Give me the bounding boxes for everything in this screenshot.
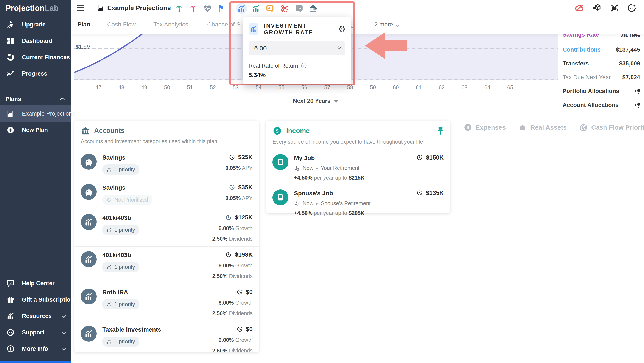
sidebar-item-current-finances[interactable]: Current Finances <box>0 49 71 65</box>
sidebar-item-upgrade[interactable]: Upgrade <box>0 16 71 33</box>
chip-label: 1 priority <box>114 264 135 270</box>
sandbox-cube-icon[interactable] <box>592 2 603 13</box>
account-name: 401k/403b <box>102 214 139 221</box>
cloud-off-icon[interactable] <box>574 2 584 13</box>
sidebar-item-example-projections[interactable]: Example Projections <box>0 105 71 122</box>
x-tick: 47 <box>94 84 103 91</box>
priority-chip: 1 priority <box>102 299 139 309</box>
sidebar-item-label: Current Finances <box>22 54 70 61</box>
account-row[interactable]: Roth IRA 1 priority $0 6.00% Growth 2.50… <box>74 284 259 321</box>
sidebar-item-label: Progress <box>22 70 47 77</box>
time-machine-icon <box>225 252 232 258</box>
stat-label: Portfolio Allocations <box>562 88 619 94</box>
account-row[interactable]: Savings Not Prioritized $35K 0.05% APY <box>74 179 259 209</box>
metric-tax-icon[interactable]: x <box>265 3 276 14</box>
detail-unit: Growth <box>235 263 253 269</box>
detail-num: 2.50% <box>212 236 228 242</box>
stat-value: $137,445 <box>616 46 640 53</box>
stat-row-portfolio-allocations[interactable]: Portfolio Allocations <box>562 88 640 94</box>
tab-cash-flow[interactable]: Cash Flow <box>107 21 136 28</box>
support-face-icon <box>6 328 16 337</box>
bank-icon <box>81 126 90 135</box>
info-circle-icon <box>6 345 16 353</box>
app-window: ProjectionLab Upgrade Dashboard Current … <box>0 0 644 363</box>
sidebar-item-help-center[interactable]: ? Help Center <box>0 275 71 292</box>
metric-certificate-icon[interactable] <box>294 3 304 14</box>
milestone-flag-icon[interactable] <box>216 3 227 14</box>
income-title: Income <box>286 127 310 135</box>
stat-label: Tax Due Next Year <box>562 74 611 81</box>
info-icon[interactable]: ⓘ <box>301 62 307 69</box>
stat-row-account-allocations[interactable]: Account Allocations <box>562 102 640 108</box>
sidebar-item-label: More Info <box>22 346 48 352</box>
priority-chip: 1 priority <box>102 164 139 175</box>
section-label: Expenses <box>476 124 506 131</box>
growth-rate-input[interactable] <box>248 44 337 52</box>
account-avatar-icon[interactable] <box>626 2 637 13</box>
x-tick: 50 <box>162 84 172 91</box>
section-cash-flow-priorities[interactable]: Cash Flow Priorities <box>579 123 644 132</box>
income-card: $ Income Every source of income you expe… <box>266 121 450 213</box>
income-growth: +4.50% per year up to $215K <box>294 175 364 181</box>
allocation-dots-icon <box>634 88 640 94</box>
income-timeline: Now ▸ Your Retirement <box>294 165 364 171</box>
stat-row-transfers[interactable]: Transfers $35,009 <box>562 60 640 67</box>
person-clock-icon <box>294 165 300 171</box>
x-tick: 53 <box>231 84 240 91</box>
timeline-to: Your Retirement <box>321 165 360 171</box>
account-row[interactable]: 401k/403b 1 priority $198K 6.00% Growth … <box>74 246 259 284</box>
time-machine-icon <box>229 154 235 160</box>
tab-tax-analytics[interactable]: Tax Analytics <box>153 21 188 28</box>
menu-icon[interactable] <box>77 5 84 12</box>
stat-label: Account Allocations <box>562 102 618 108</box>
stat-row-tax-due[interactable]: Tax Due Next Year $7,024 <box>562 74 640 81</box>
plus-circle-icon <box>6 126 16 134</box>
detail-unit: Growth <box>235 300 253 306</box>
sidebar-item-new-plan[interactable]: New Plan <box>0 122 71 138</box>
more-tabs-button[interactable]: 2 more <box>374 21 399 28</box>
priority-chip: 1 priority <box>102 262 139 272</box>
metric-dividend-rate-icon[interactable] <box>251 3 262 14</box>
account-row[interactable]: 401k/403b 1 priority $125K 6.00% Growth … <box>74 209 259 246</box>
section-real-assets[interactable]: Real Assets <box>518 123 567 132</box>
dollar-circle-icon: $ <box>464 123 472 132</box>
metric-investment-growth-icon[interactable] <box>236 3 247 14</box>
theme-toggle-icon[interactable] <box>609 2 620 13</box>
sidebar-item-more-info[interactable]: More Info <box>0 341 71 357</box>
real-rate-label: Real Rate of Return <box>248 62 298 69</box>
app-logo[interactable]: ProjectionLab <box>0 0 71 16</box>
metric-bank-transfer-icon[interactable] <box>308 3 319 14</box>
sidebar-item-progress[interactable]: Progress <box>0 65 71 82</box>
vacation-palm-icon[interactable] <box>174 3 184 14</box>
chevron-down-icon <box>62 346 66 351</box>
pin-icon[interactable] <box>437 127 444 135</box>
sidebar-bottom-accent <box>0 361 71 363</box>
health-heart-icon[interactable] <box>202 3 213 14</box>
sidebar-item-dashboard[interactable]: Dashboard <box>0 33 71 49</box>
period-selector[interactable]: Next 20 Years <box>283 98 348 104</box>
account-row[interactable]: Savings 1 priority $25K 0.05% APY <box>74 149 259 179</box>
account-row[interactable]: Taxable Investments 1 priority $0 6.00% … <box>74 321 259 358</box>
chart-canvas <box>71 34 644 84</box>
stat-row-contributions[interactable]: Contributions $137,445 <box>562 46 640 53</box>
sidebar-item-gift-subscription[interactable]: Gift a Subscription <box>0 292 71 308</box>
svg-text:$: $ <box>276 128 279 134</box>
income-row[interactable]: Spouse's Job Now ▸ Spouse's Retirement +… <box>266 185 450 220</box>
retirement-palm-icon[interactable] <box>188 3 198 14</box>
x-tick: 56 <box>300 84 309 91</box>
sidebar-item-support[interactable]: Support <box>0 324 71 341</box>
gear-icon[interactable]: ⚙ <box>338 25 346 33</box>
gift-icon <box>6 295 16 304</box>
section-expenses[interactable]: $ Expenses <box>464 123 506 132</box>
sidebar-item-resources[interactable]: Resources <box>0 308 71 324</box>
sidebar-section-plans[interactable]: Plans <box>0 93 71 105</box>
stat-value: $35,009 <box>619 60 640 67</box>
tab-plan[interactable]: Plan <box>78 21 90 28</box>
metric-spending-cut-icon[interactable] <box>279 3 290 14</box>
income-row[interactable]: My Job Now ▸ Your Retirement +4.50% per … <box>266 149 450 185</box>
investment-growth-icon <box>81 289 97 305</box>
account-name: 401k/403b <box>102 252 139 259</box>
projection-chart: $1.5M 47 48 49 50 51 52 53 54 55 56 57 5… <box>71 34 644 90</box>
detail-unit: Dividends <box>229 348 253 354</box>
chip-label: 1 priority <box>114 301 135 308</box>
